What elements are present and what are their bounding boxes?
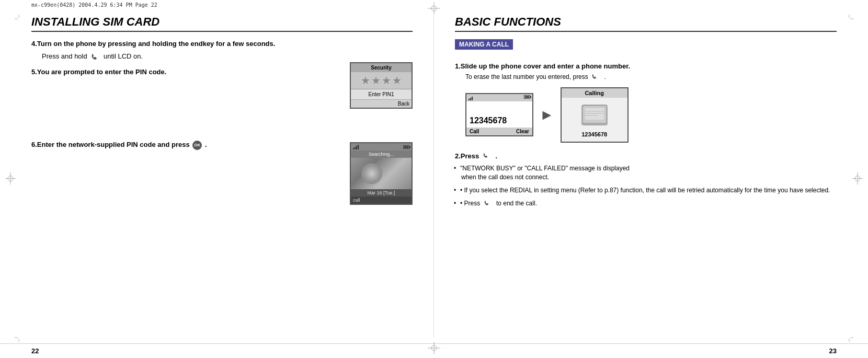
searching-screen: Searching... Mar 16 [Tue.] call (350, 142, 413, 205)
searching-text: Searching... (351, 151, 412, 158)
calling-display-body: 12345678 (562, 98, 627, 142)
calling-phone-graphic-container (566, 102, 623, 128)
bullet-item-1: "NETWORK BUSY" or "CALL FAILED" message … (460, 164, 837, 182)
right-column: BASIC FUNCTIONS MAKING A CALL 1.Slide up… (434, 15, 837, 338)
pin-screen-stars (351, 72, 412, 89)
star-icon-2 (372, 76, 380, 85)
phone-display-top-bar (466, 94, 532, 101)
left-column: INSTALLING SIM CARD 4.Turn on the phone … (31, 15, 434, 338)
calling-number-value: 12345678 (566, 131, 623, 137)
pin-screen-back: Back (351, 99, 412, 108)
bottom-crosshair-icon (428, 342, 440, 356)
step1-sub: To erase the last number you entered, pr… (465, 73, 837, 81)
left-crosshair-icon (5, 172, 16, 186)
arrow-right-icon: ► (540, 107, 554, 123)
calling-header: Calling (562, 88, 627, 98)
main-content: INSTALLING SIM CARD 4.Turn on the phone … (0, 10, 868, 343)
signal-bar-1 (353, 148, 354, 149)
calling-display: Calling (561, 87, 629, 143)
display-signal-bars (469, 95, 473, 100)
searching-date: Mar 16 [Tue.] (351, 189, 412, 197)
step1-main: 1.Slide up the phone cover and enter a p… (455, 62, 837, 70)
pin-screen: Security Enter PIN1 Back (350, 62, 413, 109)
step4-text: 4.Turn on the phone by pressing and hold… (31, 39, 413, 49)
star-icon-4 (393, 76, 401, 85)
ok-button-icon: OK (192, 141, 202, 150)
searching-screen-container: Searching... Mar 16 [Tue.] call (350, 142, 413, 205)
top-header: mx-c99en(0428) 2004.4.29 6:34 PM Page 22 (0, 0, 868, 10)
spacer (31, 109, 413, 140)
corner-br-mark (845, 333, 853, 343)
phone-display-bottom-bar: Call Clear (466, 128, 532, 135)
corner-tr-mark (845, 15, 853, 25)
sig-bar-1 (469, 99, 470, 100)
signal-bar-2 (355, 147, 356, 149)
making-call-badge: MAKING A CALL (455, 39, 513, 50)
page-number-left: 22 (31, 347, 39, 355)
searching-top-bar (351, 143, 412, 151)
phone-number-display: 12345678 Call Clear (465, 93, 533, 136)
right-section-title: BASIC FUNCTIONS (455, 15, 837, 32)
pin-screen-container: Security Enter PIN1 Back (350, 62, 413, 109)
svg-rect-19 (585, 108, 604, 120)
clear-label: Clear (516, 129, 529, 134)
searching-call-bar: call (351, 197, 412, 204)
star-icon-3 (382, 76, 391, 85)
bullet-item-3: • Press to end the call. (460, 199, 837, 208)
bullet1-start: "NETWORK BUSY" or "CALL FAILED" message … (460, 165, 630, 172)
signal-bar-4 (358, 145, 359, 149)
call-label: Call (470, 129, 479, 134)
phone-displays: 12345678 Call Clear ► Calling (465, 87, 837, 143)
signal-bar-3 (356, 146, 357, 149)
meta-text: mx-c99en(0428) 2004.4.29 6:34 PM Page 22 (31, 2, 157, 8)
bullet1-end: when the call does not connect. (461, 174, 549, 181)
step5-container: Security Enter PIN1 Back 5.You are promp… (31, 67, 413, 109)
signal-bars (353, 144, 359, 149)
making-call-section: MAKING A CALL (455, 39, 837, 56)
searching-image (351, 158, 412, 189)
page-wrapper: mx-c99en(0428) 2004.4.29 6:34 PM Page 22 (0, 0, 868, 358)
battery-icon (403, 145, 409, 149)
right-crosshair-icon (852, 172, 863, 186)
clear-phone-icon (591, 74, 601, 81)
pin-screen-header: Security (351, 63, 412, 72)
step2-press-text: 2.Press . (455, 152, 837, 160)
battery-fill (404, 146, 408, 148)
pin-screen-enter-label: Enter PIN1 (351, 89, 412, 99)
top-crosshair-icon (428, 2, 440, 15)
corner-tl-mark (15, 15, 23, 25)
battery-fill-2 (525, 96, 529, 98)
sig-bar-2 (470, 98, 471, 100)
page-number-right: 23 (829, 347, 837, 355)
step2-section: 2.Press . "NETWORK BUSY" or "CALL FAILED… (455, 152, 837, 208)
step4-sub: Press and hold until LCD on. (42, 52, 413, 61)
star-icon-1 (361, 76, 370, 85)
phone-handset-icon (90, 53, 100, 61)
bullet-item-2: • If you select the REDIAL in setting me… (460, 186, 837, 195)
display-battery (524, 95, 530, 99)
end-call-phone-icon (483, 200, 494, 207)
press-phone-icon (482, 153, 493, 160)
sig-bar-3 (472, 97, 473, 100)
corner-bl-mark (15, 333, 23, 343)
left-section-title: INSTALLING SIM CARD (31, 15, 413, 32)
step6-container: Searching... Mar 16 [Tue.] call 6.Enter … (31, 140, 413, 205)
calling-phone-graphic-icon (579, 102, 610, 128)
phone-number-value: 12345678 (466, 101, 532, 128)
